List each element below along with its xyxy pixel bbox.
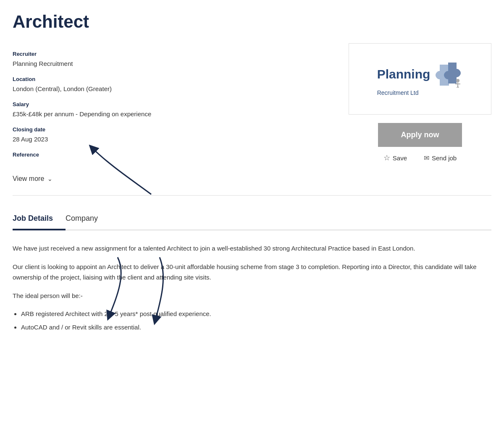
send-job-button[interactable]: ✉ Send job xyxy=(424,154,457,162)
job-title: Architect xyxy=(13,8,491,35)
puzzle-icon xyxy=(433,60,463,88)
reference-label: Reference xyxy=(13,151,323,159)
company-logo-subtext: Recruitment Ltd xyxy=(377,89,419,97)
recruiter-label: Recruiter xyxy=(13,50,323,58)
bullet-2: AutoCAD and / or Revit skills are essent… xyxy=(21,322,491,333)
section-divider xyxy=(13,195,491,196)
description-para1: We have just received a new assignment f… xyxy=(13,243,491,254)
svg-point-0 xyxy=(456,79,459,82)
action-row: ☆ Save ✉ Send job xyxy=(383,153,457,162)
bullet-1: ARB registered Architect with 2 – 5 year… xyxy=(21,308,491,319)
mail-icon: ✉ xyxy=(424,154,429,162)
chevron-down-icon: ⌄ xyxy=(47,175,52,182)
annotation-arrow-1 xyxy=(67,140,172,203)
description-bullets: ARB registered Architect with 2 – 5 year… xyxy=(21,308,491,332)
recruiter-value: Planning Recruitment xyxy=(13,59,323,69)
location-value: London (Central), London (Greater) xyxy=(13,84,323,94)
description-para2: Our client is looking to appoint an Arch… xyxy=(13,261,491,283)
closing-date-label: Closing date xyxy=(13,125,323,134)
tabs-container: Job Details Company xyxy=(13,208,491,230)
tab-company[interactable]: Company xyxy=(66,208,110,230)
job-description: We have just received a new assignment f… xyxy=(13,243,491,332)
job-meta: Recruiter Planning Recruitment Location … xyxy=(13,43,323,160)
salary-label: Salary xyxy=(13,100,323,109)
tab-job-details[interactable]: Job Details xyxy=(13,208,66,230)
salary-value: £35k-£48k per annum - Depending on exper… xyxy=(13,110,323,119)
svg-line-4 xyxy=(458,86,459,88)
apply-now-button[interactable]: Apply now xyxy=(378,123,462,147)
description-para3: The ideal person will be:- xyxy=(13,290,491,301)
company-logo-text: Planning xyxy=(377,65,430,84)
sidebar: Planning xyxy=(349,43,491,162)
save-button[interactable]: ☆ Save xyxy=(383,153,407,162)
closing-date-value: 28 Aug 2023 xyxy=(13,135,323,144)
star-icon: ☆ xyxy=(383,153,390,162)
company-logo-box: Planning xyxy=(349,43,491,115)
view-more-button[interactable]: View more ⌄ xyxy=(13,175,52,183)
location-label: Location xyxy=(13,75,323,84)
